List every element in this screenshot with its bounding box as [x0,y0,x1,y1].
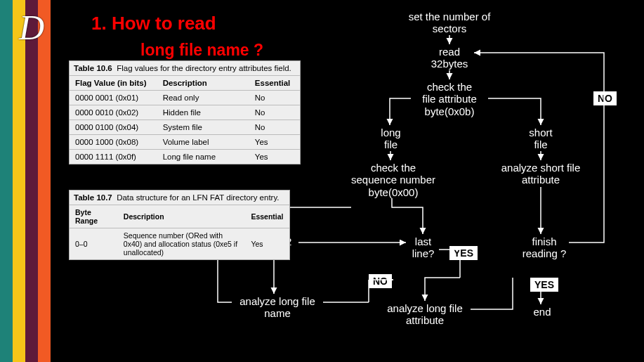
table-10-7-caption: Table 10.7 Data structure for an LFN FAT… [70,190,289,205]
cell: No [249,105,300,120]
cell: System file [157,120,249,135]
cell: Sequence number (ORed with 0x40) and all… [118,228,246,260]
col-header: Essential [245,205,289,228]
table-caption-num: Table 10.6 [74,64,112,72]
cell: No [249,91,300,105]
cell: 0000 0010 (0x02) [70,105,157,120]
node-short-file: shortfile [520,127,562,151]
table-caption-text: Data structure for an LFN FAT directory … [117,193,279,202]
col-header: Byte Range [70,205,118,228]
table-caption-text: Flag values for the directory entry attr… [117,64,291,72]
cell: Volume label [157,135,249,150]
table-caption-num: Table 10.7 [74,193,112,202]
cell: 0–0 [70,228,118,260]
table-10-6-caption: Table 10.6 Flag values for the directory… [70,61,300,75]
cell: Yes [249,135,300,150]
cell: 0000 0001 (0x01) [70,91,157,105]
table-10-6: Table 10.6 Flag values for the directory… [69,60,301,164]
table-10-6-grid: Flag Value (in bits) Description Essenti… [70,75,300,164]
col-header: Description [118,205,246,228]
heading-line2: long file name ? [140,41,263,60]
table-row: 0000 0001 (0x01) Read only No [70,91,300,105]
stripe-orange [38,0,51,362]
node-long-file: longfile [375,127,407,151]
stripe-yellow [13,0,25,362]
node-set-sectors: set the number ofsectors [393,11,506,35]
col-header: Flag Value (in bits) [70,76,157,91]
table-row: 0000 1000 (0x08) Volume label Yes [70,135,300,150]
node-end: end [528,306,556,318]
node-analyze-short: analyze short fileattribute [492,162,590,186]
badge-yes: YES [530,278,558,292]
badge-no: NO [593,91,617,105]
table-row: 0000 0010 (0x02) Hidden file No [70,105,300,120]
table-10-7-grid: Byte Range Description Essential 0–0 Seq… [70,205,289,259]
node-finish: finishreading ? [516,235,572,260]
node-analyze-long-name: analyze long filename [232,295,323,320]
col-header: Description [157,76,249,91]
node-read32: read32bytes [425,46,474,70]
heading-line1: 1. How to read [91,13,216,34]
logo: D [7,7,56,46]
table-row: 0000 0100 (0x04) System file No [70,120,300,135]
node-analyze-long-attr: analyze long fileattribute [379,302,471,327]
table-row: 0000 1111 (0x0f) Long file name Yes [70,150,300,164]
node-last-line: lastline? [407,235,439,260]
badge-yes: YES [449,246,478,260]
col-header: Essential [249,76,300,91]
cell: 0000 0100 (0x04) [70,120,157,135]
node-check-seq: check thesequence numberbyte(0x00) [348,162,439,198]
cell: Read only [157,91,249,105]
table-row: 0–0 Sequence number (ORed with 0x40) and… [70,228,289,260]
cell: Hidden file [157,105,249,120]
cell: No [249,120,300,135]
cell: Yes [245,228,289,260]
cell: 0000 1000 (0x08) [70,135,157,150]
table-10-7: Table 10.7 Data structure for an LFN FAT… [69,190,290,260]
badge-no: NO [369,274,392,288]
stripe-teal [0,0,13,362]
cell: Long file name [157,150,249,164]
cell: Yes [249,150,300,164]
cell: 0000 1111 (0x0f) [70,150,157,164]
node-check-attr: check thefile attributebyte(0x0b) [411,81,488,117]
stripe-maroon [25,0,38,362]
